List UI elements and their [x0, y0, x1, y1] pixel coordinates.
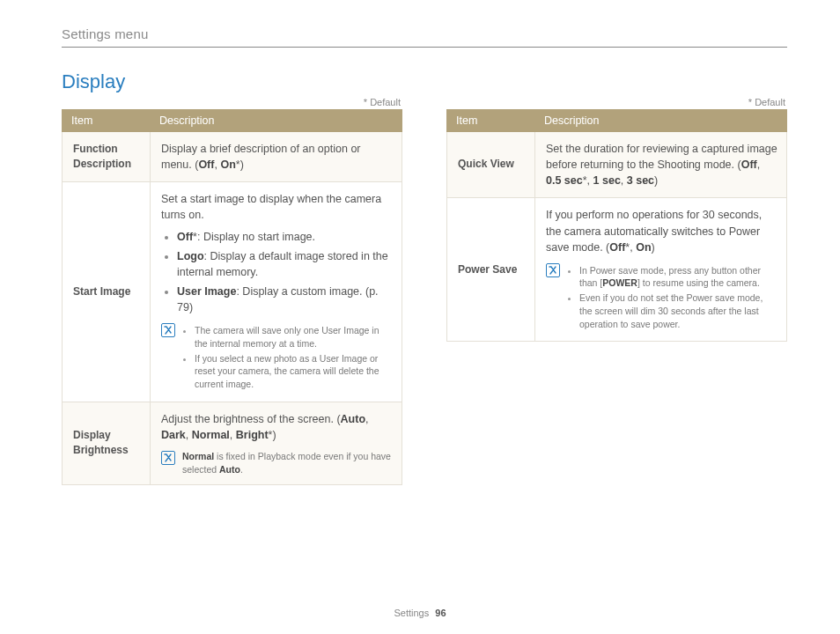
th-item: Item [63, 110, 151, 132]
breadcrumb: Settings menu [62, 26, 787, 48]
table-row: Display Brightness Adjust the brightness… [63, 402, 402, 485]
item-desc: Set a start image to display when the ca… [151, 182, 402, 402]
note-icon [546, 263, 560, 277]
item-label: Display Brightness [63, 402, 151, 485]
page-title: Display [62, 70, 787, 93]
note-icon [161, 323, 175, 337]
note-body: The camera will save only one User Image… [182, 322, 393, 392]
item-label: Power Save [447, 198, 535, 342]
table-row: Function Description Display a brief des… [63, 132, 402, 182]
note-icon [161, 451, 175, 465]
item-desc: Display a brief description of an option… [151, 132, 402, 182]
default-note-right: * Default [446, 97, 785, 107]
page-footer: Settings 96 [0, 608, 840, 618]
display-options-table-right: Item Description Quick View Set the dura… [446, 109, 787, 342]
th-item: Item [447, 110, 535, 132]
item-desc: Set the duration for reviewing a capture… [535, 132, 787, 198]
page-number: 96 [435, 608, 446, 618]
th-desc: Description [535, 110, 787, 132]
note-body: In Power save mode, press any button oth… [567, 262, 777, 332]
footer-section: Settings [394, 608, 429, 618]
note-body: Normal is fixed in Playback mode even if… [182, 450, 393, 476]
display-options-table-left: Item Description Function Description Di… [62, 109, 402, 485]
table-row: Start Image Set a start image to display… [63, 182, 402, 402]
default-note-left: * Default [62, 97, 401, 107]
item-label: Quick View [447, 132, 535, 198]
table-row: Power Save If you perform no operations … [447, 198, 787, 342]
item-label: Function Description [63, 132, 151, 182]
item-desc: If you perform no operations for 30 seco… [535, 198, 787, 342]
item-desc: Adjust the brightness of the screen. (Au… [151, 402, 402, 485]
table-row: Quick View Set the duration for reviewin… [447, 132, 787, 198]
th-desc: Description [151, 110, 402, 132]
item-label: Start Image [63, 182, 151, 402]
